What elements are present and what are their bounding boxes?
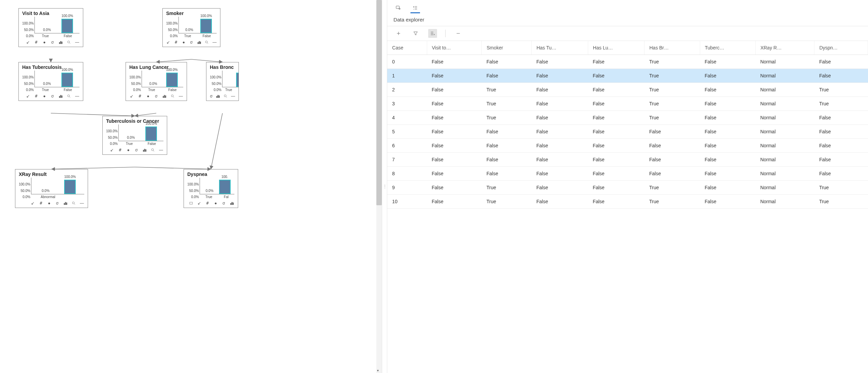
cell-visit[interactable]: False (427, 181, 482, 195)
cell-has_br[interactable]: True (645, 83, 700, 97)
cell-has_lu[interactable]: False (588, 111, 644, 125)
node-tool-arrow-icon[interactable]: ↙ (166, 40, 171, 45)
cell-visit[interactable]: False (427, 139, 482, 153)
cell-has_br[interactable]: False (645, 153, 700, 167)
cell-has_br[interactable]: True (645, 97, 700, 111)
cell-case[interactable]: 4 (387, 111, 427, 125)
cell-has_br[interactable]: True (645, 55, 700, 69)
cell-dyspn[interactable]: False (814, 125, 868, 139)
cell-dyspn[interactable]: False (814, 153, 868, 167)
cell-smoker[interactable]: True (482, 195, 532, 209)
cell-has_tu[interactable]: False (532, 97, 588, 111)
cell-xray[interactable]: Normal (755, 69, 814, 83)
node-tool-rect-icon[interactable] (189, 201, 193, 206)
data-grid[interactable]: CaseVisit to…SmokerHas Tu…Has Lu…Has Br…… (387, 41, 868, 373)
node-tool-minus-icon[interactable]: — (75, 94, 79, 99)
node-tool-zoom-icon[interactable] (205, 40, 209, 45)
table-row[interactable]: 8FalseFalseFalseFalseFalseFalseNormalFal… (387, 167, 868, 181)
node-tool-sigma-icon[interactable]: σ (55, 201, 60, 206)
node-has_tb[interactable]: Has Tuberculosis 100.0%50.0%0.0% 0.0% 10… (18, 62, 83, 101)
cell-smoker[interactable]: False (482, 55, 532, 69)
cell-has_br[interactable]: True (645, 195, 700, 209)
cell-visit[interactable]: False (427, 125, 482, 139)
cell-dyspn[interactable]: True (814, 181, 868, 195)
node-tool-bars-icon[interactable] (162, 94, 167, 99)
table-row[interactable]: 2FalseTrueFalseFalseTrueFalseNormalTrue (387, 83, 868, 97)
cell-case[interactable]: 6 (387, 139, 427, 153)
node-tool-dot-icon[interactable]: ● (146, 94, 150, 99)
node-tool-dot-icon[interactable]: ● (213, 201, 218, 206)
cell-has_lu[interactable]: False (588, 83, 644, 97)
node-tool-bars-icon[interactable] (230, 201, 234, 206)
node-tool-grid-icon[interactable]: # (118, 148, 122, 152)
cell-tuberc[interactable]: False (700, 153, 755, 167)
cell-has_br[interactable]: True (645, 69, 700, 83)
cell-has_br[interactable]: True (645, 181, 700, 195)
cell-xray[interactable]: Normal (755, 195, 814, 209)
cell-case[interactable]: 2 (387, 83, 427, 97)
cell-has_tu[interactable]: False (532, 125, 588, 139)
cell-smoker[interactable]: False (482, 167, 532, 181)
cell-has_tu[interactable]: False (532, 139, 588, 153)
cell-xray[interactable]: Normal (755, 97, 814, 111)
node-tool-sigma-icon[interactable]: σ (50, 94, 55, 99)
column-header-dyspn[interactable]: Dyspn… (814, 41, 868, 55)
cell-visit[interactable]: False (427, 153, 482, 167)
node-tool-bars-icon[interactable] (63, 201, 68, 206)
cell-has_tu[interactable]: False (532, 83, 588, 97)
cell-dyspn[interactable]: False (814, 111, 868, 125)
node-tool-grid-icon[interactable]: # (34, 40, 39, 45)
node-tool-bars-icon[interactable] (142, 148, 147, 152)
cell-has_lu[interactable]: False (588, 55, 644, 69)
cell-case[interactable]: 7 (387, 153, 427, 167)
column-header-has_lu[interactable]: Has Lu… (588, 41, 644, 55)
cell-smoker[interactable]: True (482, 181, 532, 195)
node-tool-bars-icon[interactable] (216, 94, 220, 99)
node-tool-zoom-icon[interactable] (67, 94, 71, 99)
node-tool-minus-icon[interactable]: — (159, 148, 163, 152)
node-tool-arrow-icon[interactable]: ↙ (26, 94, 30, 99)
cell-dyspn[interactable]: False (814, 69, 868, 83)
node-tool-bars-icon[interactable] (197, 40, 201, 45)
node-tool-grid-icon[interactable]: # (174, 40, 178, 45)
node-tool-arrow-icon[interactable]: ↙ (110, 148, 114, 152)
table-row[interactable]: 0FalseFalseFalseFalseTrueFalseNormalFals… (387, 55, 868, 69)
node-tool-minus-icon[interactable]: — (178, 94, 183, 99)
cell-has_lu[interactable]: False (588, 69, 644, 83)
column-header-smoker[interactable]: Smoker (482, 41, 532, 55)
column-header-xray[interactable]: XRay R… (755, 41, 814, 55)
column-header-has_br[interactable]: Has Br… (645, 41, 700, 55)
cell-visit[interactable]: False (427, 55, 482, 69)
cell-smoker[interactable]: True (482, 111, 532, 125)
cell-has_tu[interactable]: False (532, 181, 588, 195)
cell-visit[interactable]: False (427, 83, 482, 97)
table-row[interactable]: 5FalseFalseFalseFalseFalseFalseNormalFal… (387, 125, 868, 139)
node-tb_or_cancer[interactable]: Tuberculosis or Cancer 100.0%50.0%0.0% 0… (102, 116, 167, 155)
cell-xray[interactable]: Normal (755, 55, 814, 69)
node-tool-dot-icon[interactable]: ● (126, 148, 131, 152)
cell-dyspn[interactable]: False (814, 139, 868, 153)
node-tool-minus-icon[interactable]: — (75, 40, 79, 45)
node-tool-dot-icon[interactable]: ● (206, 94, 207, 99)
cell-has_br[interactable]: False (645, 139, 700, 153)
node-xray[interactable]: XRay Result 100.0%50.0%0.0% 0.0% 100.0% … (15, 169, 88, 208)
node-tool-grid-icon[interactable]: # (34, 94, 39, 99)
cell-case[interactable]: 0 (387, 55, 427, 69)
cell-has_lu[interactable]: False (588, 181, 644, 195)
node-tool-grid-icon[interactable]: # (39, 201, 43, 206)
node-tool-dot-icon[interactable]: ● (47, 201, 52, 206)
cell-has_tu[interactable]: False (532, 111, 588, 125)
cell-case[interactable]: 3 (387, 97, 427, 111)
node-has_bronc[interactable]: Has Bronc 100.0%50.0%0.0% 100 TrueFalse … (206, 62, 239, 101)
node-tool-zoom-icon[interactable] (170, 94, 175, 99)
cell-has_tu[interactable]: False (532, 153, 588, 167)
cell-case[interactable]: 10 (387, 195, 427, 209)
tab-monitor[interactable] (393, 3, 403, 13)
cell-smoker[interactable]: False (482, 69, 532, 83)
node-tool-bars-icon[interactable] (58, 94, 63, 99)
cell-has_br[interactable]: True (645, 111, 700, 125)
node-dyspnea[interactable]: Dyspnea 100.0%50.0%0.0% 0.0% 100. TrueFa… (184, 169, 238, 208)
cell-tuberc[interactable]: False (700, 125, 755, 139)
node-tool-dot-icon[interactable]: ● (42, 94, 47, 99)
cell-has_br[interactable]: False (645, 167, 700, 181)
